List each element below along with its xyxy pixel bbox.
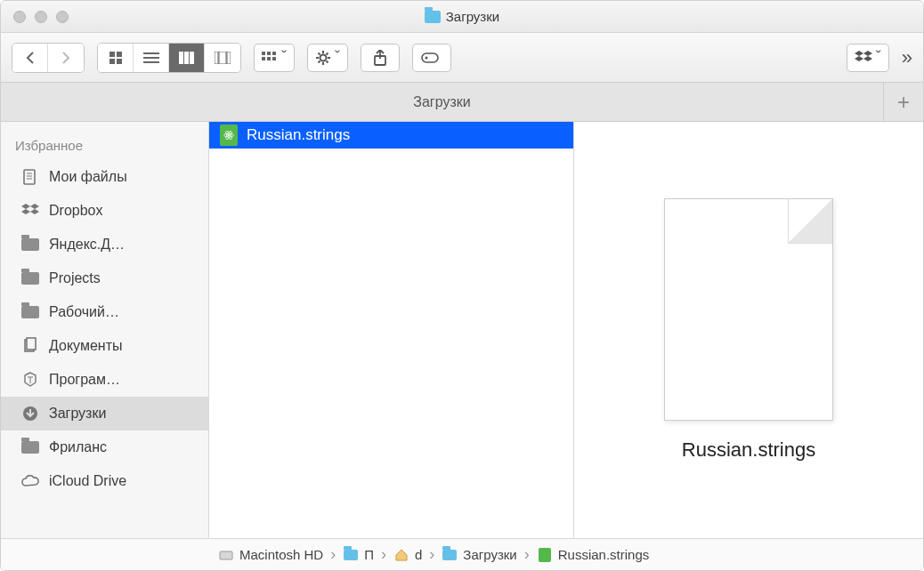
zoom-window-button[interactable] — [56, 11, 69, 23]
tags-button[interactable] — [412, 44, 451, 72]
sidebar-item-label: Фриланс — [49, 439, 107, 455]
home-icon — [393, 547, 409, 563]
svg-rect-10 — [215, 52, 218, 64]
svg-rect-42 — [220, 551, 232, 559]
chevron-right-icon: › — [377, 545, 390, 564]
window-controls — [1, 11, 69, 23]
svg-rect-29 — [422, 53, 438, 62]
path-crumb-users[interactable]: П — [339, 547, 377, 563]
sidebar-item-downloads[interactable]: Загрузки — [1, 397, 208, 430]
folder-icon — [20, 302, 40, 322]
svg-rect-9 — [190, 52, 194, 64]
chevron-down-icon: ˇ — [876, 48, 881, 67]
document-preview-icon — [664, 198, 833, 421]
svg-point-38 — [228, 134, 230, 136]
svg-point-30 — [426, 56, 428, 59]
chevron-right-icon: › — [426, 545, 438, 564]
tab-bar: Загрузки + — [1, 83, 923, 122]
file-row[interactable]: Russian.strings — [209, 122, 573, 149]
svg-line-26 — [319, 60, 320, 62]
forward-button[interactable] — [48, 44, 84, 72]
preview-filename: Russian.strings — [682, 438, 815, 462]
disk-icon — [218, 547, 234, 563]
toolbar-overflow-icon[interactable]: » — [902, 46, 912, 69]
dropbox-toolbar-button[interactable]: ˇ — [847, 44, 889, 72]
back-button[interactable] — [12, 44, 48, 72]
chevron-right-icon: › — [327, 545, 339, 564]
sidebar-item-label: Яндекс.Д… — [49, 237, 125, 253]
gallery-view-button[interactable] — [205, 44, 240, 72]
icon-view-button[interactable] — [98, 44, 134, 72]
atom-file-icon — [537, 547, 553, 563]
chevron-down-icon: ˇ — [281, 48, 287, 67]
preview-column: Russian.strings — [574, 122, 923, 538]
folder-icon — [20, 235, 40, 254]
svg-rect-3 — [117, 59, 122, 64]
svg-rect-7 — [179, 52, 183, 64]
sidebar-item-all-files[interactable]: Мои файлы — [1, 160, 208, 194]
tab-downloads[interactable]: Загрузки — [1, 83, 884, 121]
svg-rect-2 — [109, 59, 115, 64]
atom-file-icon — [220, 125, 238, 146]
sidebar-item-label: Dropbox — [49, 203, 102, 219]
path-crumb-downloads[interactable]: Загрузки — [438, 547, 520, 563]
svg-rect-18 — [272, 57, 276, 60]
svg-rect-36 — [27, 338, 36, 350]
svg-rect-11 — [219, 52, 226, 64]
svg-line-27 — [327, 52, 328, 54]
chevron-right-icon: › — [521, 545, 533, 564]
path-crumb-label: Загрузки — [463, 547, 516, 562]
window-title-text: Загрузки — [446, 9, 499, 24]
folder-icon — [425, 9, 441, 25]
file-list-column[interactable]: Russian.strings — [209, 122, 574, 538]
icloud-icon — [20, 471, 40, 491]
page-curl-icon — [788, 199, 832, 244]
column-view-button[interactable] — [169, 44, 205, 72]
sidebar-item-applications[interactable]: Програм… — [1, 363, 208, 397]
svg-rect-16 — [262, 57, 265, 60]
close-window-button[interactable] — [13, 11, 26, 23]
svg-rect-15 — [272, 52, 276, 55]
path-crumb-home[interactable]: d — [390, 547, 426, 563]
svg-rect-8 — [184, 52, 189, 64]
applications-icon — [20, 370, 40, 390]
folder-icon — [20, 269, 40, 288]
svg-rect-31 — [24, 170, 35, 184]
sidebar-section-favorites: Избранное — [1, 131, 208, 160]
list-view-button[interactable] — [134, 44, 169, 72]
svg-rect-0 — [109, 52, 115, 57]
path-crumb-label: Russian.strings — [558, 547, 650, 562]
sidebar-item-dropbox[interactable]: Dropbox — [1, 194, 208, 228]
toolbar: ˇ ˇ ˇ » — [1, 33, 923, 83]
documents-icon — [20, 336, 40, 356]
sidebar-item-label: Загрузки — [49, 406, 106, 422]
folder-blue-icon — [442, 547, 458, 563]
chevron-down-icon: ˇ — [335, 48, 340, 67]
folder-icon — [20, 438, 40, 457]
action-button[interactable]: ˇ — [307, 44, 348, 72]
svg-rect-17 — [267, 57, 271, 60]
dropbox-icon — [20, 201, 40, 221]
sidebar-item-icloud[interactable]: iCloud Drive — [1, 464, 208, 498]
folder-blue-icon — [343, 547, 359, 563]
arrange-button[interactable]: ˇ — [254, 44, 295, 72]
path-crumb-file[interactable]: Russian.strings — [533, 547, 653, 563]
sidebar: Избранное Мои файлы Dropbox Яндекс.Д… Pr… — [1, 122, 209, 538]
minimize-window-button[interactable] — [35, 11, 47, 23]
share-button[interactable] — [361, 44, 400, 72]
sidebar-item-desktop[interactable]: Рабочий… — [1, 295, 208, 329]
titlebar: Загрузки — [1, 1, 923, 33]
path-bar: Macintosh HD › П › d › Загрузки › Russia… — [1, 538, 923, 570]
sidebar-item-freelance[interactable]: Фриланс — [1, 430, 208, 464]
sidebar-item-yandex[interactable]: Яндекс.Д… — [1, 228, 208, 261]
sidebar-item-label: iCloud Drive — [49, 473, 126, 489]
column-browser: Russian.strings Russian.strings — [209, 122, 923, 538]
path-crumb-disk[interactable]: Macintosh HD — [215, 547, 327, 563]
sidebar-item-documents[interactable]: Документы — [1, 329, 208, 363]
svg-rect-13 — [262, 52, 265, 55]
sidebar-item-projects[interactable]: Projects — [1, 261, 208, 295]
svg-rect-12 — [227, 52, 231, 64]
downloads-icon — [20, 404, 40, 423]
new-tab-button[interactable]: + — [884, 83, 923, 121]
path-crumb-label: П — [364, 547, 374, 562]
